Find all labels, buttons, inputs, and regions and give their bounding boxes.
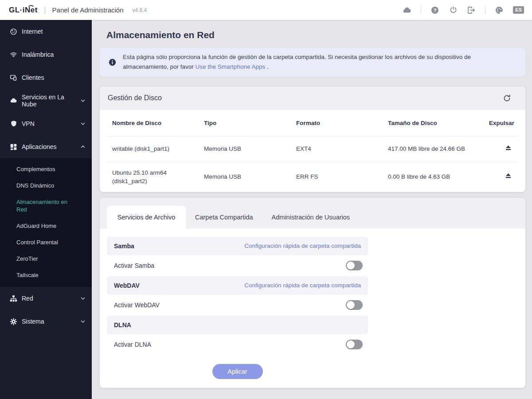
webdav-quick-setup-link[interactable]: Configuración rápida de carpeta comparti… <box>244 282 361 289</box>
sidebar-item-label: VPN <box>22 120 80 127</box>
sidebar-item-label: Aplicaciones <box>22 143 80 150</box>
tab-servicios-de-archivo[interactable]: Servicios de Archivo <box>107 206 186 229</box>
disk-table-header: Nombre de Disco Tipo Formato Tamaño de D… <box>107 110 518 137</box>
chevron-down-icon <box>80 319 86 324</box>
dlna-section-header: DLNA <box>107 316 368 334</box>
webdav-toggle-row: Activar WebDAV <box>107 295 368 315</box>
disk-type: Memoria USB <box>199 145 291 153</box>
topbar-separator <box>421 6 421 14</box>
apply-button-row: Aplicar <box>107 364 368 379</box>
info-banner: Esta página sólo proporciona la función … <box>100 48 525 77</box>
sidebar-item-label: Clientes <box>22 74 86 81</box>
apps-grid-icon <box>10 143 17 151</box>
smartphone-apps-link[interactable]: Use the Smartphone Apps <box>196 63 266 70</box>
file-services-panel: Samba Configuración rápida de carpeta co… <box>100 229 375 388</box>
dlna-toggle-row: Activar DLNA <box>107 335 368 355</box>
chevron-down-icon <box>80 98 86 103</box>
chevron-down-icon <box>80 121 86 126</box>
disk-name: Ubuntu 25.10 arm64 (disk1_part2) <box>107 169 199 185</box>
chevron-down-icon <box>80 296 86 301</box>
eject-icon[interactable] <box>505 172 512 180</box>
col-expulsar: Expulsar <box>484 120 520 126</box>
activar-webdav-label: Activar WebDAV <box>114 301 160 309</box>
eject-icon[interactable] <box>505 144 512 152</box>
webdav-toggle[interactable] <box>346 300 363 310</box>
services-card: Servicios de Archivo Carpeta Compartida … <box>100 198 525 388</box>
sidebar-item-label: Red <box>22 295 80 302</box>
webdav-label: WebDAV <box>114 282 140 289</box>
disk-row-2: Ubuntu 25.10 arm64 (disk1_part2) Memoria… <box>107 163 518 192</box>
col-formato: Formato <box>291 120 383 126</box>
samba-section-header: Samba Configuración rápida de carpeta co… <box>107 237 368 255</box>
theme-palette-icon[interactable] <box>495 6 504 15</box>
refresh-icon[interactable] <box>503 94 511 102</box>
panel-title: Panel de Administración <box>52 6 124 14</box>
col-nombre: Nombre de Disco <box>107 120 199 126</box>
disk-format: ERR FS <box>291 173 383 181</box>
sidebar-item-servicios-nube[interactable]: Servicios en La Nube <box>0 89 92 112</box>
disk-name: writable (disk1_part1) <box>107 145 199 153</box>
dlna-toggle[interactable] <box>346 340 363 349</box>
disk-size: 0.00 B libre de 4.63 GB <box>383 173 484 181</box>
sidebar-item-vpn[interactable]: VPN <box>0 112 92 135</box>
info-banner-text: Esta página sólo proporciona la función … <box>123 52 515 72</box>
glinet-logo[interactable]: GL·iNet <box>9 6 38 15</box>
apply-button[interactable]: Aplicar <box>212 364 263 379</box>
logo-wifi-icon <box>28 4 34 7</box>
submenu-item-tailscale[interactable]: Tailscale <box>0 267 92 283</box>
sidebar-item-clientes[interactable]: Clientes <box>0 66 92 89</box>
language-badge[interactable]: ES <box>513 6 524 14</box>
topbar-divider: | <box>44 5 46 15</box>
webdav-section-header: WebDAV Configuración rápida de carpeta c… <box>107 276 368 295</box>
wifi-icon <box>10 51 17 59</box>
submenu-item-dns-dinamico[interactable]: DNS Dinámico <box>0 177 92 194</box>
sidebar-item-label: Sistema <box>22 318 80 325</box>
dlna-label: DLNA <box>114 321 131 329</box>
gear-icon <box>10 318 17 325</box>
sidebar-item-inalambrica[interactable]: Inalámbrica <box>0 43 92 66</box>
disk-size: 417.00 MB libre de 24.66 GB <box>383 145 484 153</box>
panel-version: v4.8.4 <box>133 7 147 13</box>
top-bar: GL·iNet | Panel de Administración v4.8.4… <box>0 0 532 20</box>
tab-administracion-de-usuarios[interactable]: Administración de Usuarios <box>262 206 360 229</box>
sidebar-item-aplicaciones[interactable]: Aplicaciones <box>0 135 92 158</box>
chevron-up-icon <box>80 144 86 149</box>
disk-table: Nombre de Disco Tipo Formato Tamaño de D… <box>100 110 525 192</box>
cloud-icon <box>10 97 17 105</box>
globe-icon <box>10 28 17 35</box>
samba-toggle-row: Activar Samba <box>107 256 368 276</box>
submenu-item-almacenamiento-en-red[interactable]: Almacenamiento en Red <box>0 194 78 218</box>
services-tabstrip: Servicios de Archivo Carpeta Compartida … <box>100 198 525 229</box>
samba-toggle[interactable] <box>346 261 363 270</box>
submenu-item-control-parental[interactable]: Control Parental <box>0 234 92 250</box>
devices-icon <box>10 74 17 82</box>
sidebar-item-red[interactable]: Red <box>0 287 92 310</box>
submenu-item-zerotier[interactable]: ZeroTier <box>0 250 92 267</box>
col-tamano: Tamaño de Disco <box>383 120 484 126</box>
sidebar: Internet Inalámbrica Clientes Servicios … <box>0 20 92 399</box>
info-icon <box>109 59 116 66</box>
topbar-separator <box>485 6 485 14</box>
submenu-item-complementos[interactable]: Complementos <box>0 161 92 177</box>
disk-row-1: writable (disk1_part1) Memoria USB EXT4 … <box>107 137 518 163</box>
sidebar-item-internet[interactable]: Internet <box>0 20 92 43</box>
network-topology-icon <box>10 295 17 302</box>
activar-samba-label: Activar Samba <box>114 262 154 269</box>
tab-carpeta-compartida[interactable]: Carpeta Compartida <box>186 206 262 229</box>
samba-quick-setup-link[interactable]: Configuración rápida de carpeta comparti… <box>244 243 361 249</box>
logout-icon[interactable] <box>467 6 476 15</box>
submenu-item-adguard-home[interactable]: AdGuard Home <box>0 218 92 234</box>
shield-icon <box>10 120 17 128</box>
disk-type: Memoria USB <box>199 173 291 181</box>
page-title: Almacenamiento en Red <box>106 30 525 40</box>
sidebar-item-sistema[interactable]: Sistema <box>0 310 92 333</box>
help-icon[interactable]: ? <box>430 6 439 15</box>
cloud-status-icon[interactable] <box>403 6 411 15</box>
disk-card-title: Gestión de Disco <box>108 94 162 102</box>
aplicaciones-submenu: Complementos DNS Dinámico Almacenamiento… <box>0 158 92 287</box>
activar-dlna-label: Activar DLNA <box>114 341 151 348</box>
power-icon[interactable] <box>449 6 458 15</box>
sidebar-item-label: Servicios en La Nube <box>22 94 80 108</box>
sidebar-item-label: Internet <box>22 28 86 35</box>
disk-management-card: Gestión de Disco Nombre de Disco Tipo Fo… <box>100 86 525 192</box>
